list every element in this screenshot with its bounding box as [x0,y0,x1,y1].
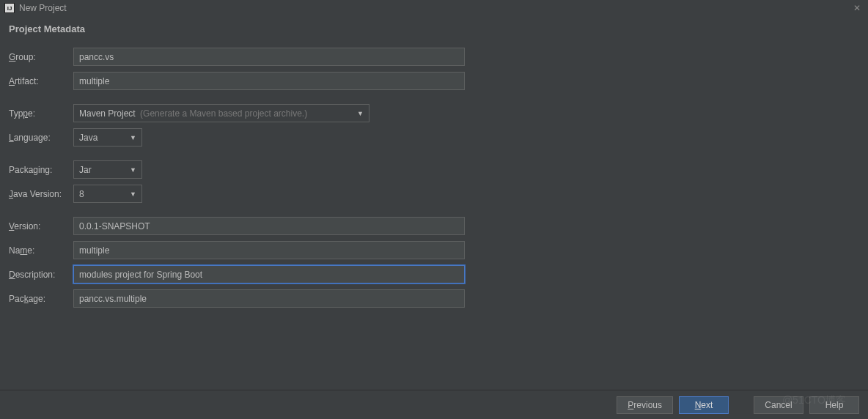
package-label: Package: [9,294,73,304]
chevron-down-icon: ▼ [130,134,136,141]
name-label: Name: [9,245,73,256]
app-icon: IJ [4,3,15,13]
java-version-dropdown[interactable]: 8 ▼ [73,185,142,203]
close-icon[interactable]: ✕ [853,3,861,13]
section-title: Project Metadata [9,23,859,34]
previous-button[interactable]: Previous [617,396,673,414]
chevron-down-icon: ▼ [130,190,136,198]
help-button[interactable]: Help [809,396,859,414]
version-label: Version: [9,221,73,231]
package-input[interactable] [73,289,465,308]
type-label: Typpe: [9,108,73,119]
language-label: Language: [9,133,73,143]
name-input[interactable] [73,241,465,259]
packaging-label: Packaging: [9,165,73,175]
window-title: New Project [19,3,67,13]
group-input[interactable] [73,48,465,66]
next-button[interactable]: Next [679,396,729,414]
title-bar: IJ New Project ✕ [0,0,868,16]
description-input[interactable] [73,265,465,283]
chevron-down-icon: ▼ [130,166,136,174]
version-input[interactable] [73,217,465,235]
java-version-label: Java Version: [9,189,73,199]
artifact-label: Artifact: [9,76,73,86]
group-label: Group: [9,52,73,62]
type-dropdown[interactable]: Maven Project (Generate a Maven based pr… [73,104,369,122]
dialog-footer: Previous Next Cancel Help [0,390,868,419]
language-dropdown[interactable]: Java ▼ [73,128,142,147]
packaging-dropdown[interactable]: Jar ▼ [73,160,142,179]
cancel-button[interactable]: Cancel [754,396,803,414]
dialog-content: Project Metadata Group: Artifact: Typpe:… [0,16,868,308]
artifact-input[interactable] [73,72,465,90]
description-label: Description: [9,270,73,280]
chevron-down-icon: ▼ [357,110,364,117]
